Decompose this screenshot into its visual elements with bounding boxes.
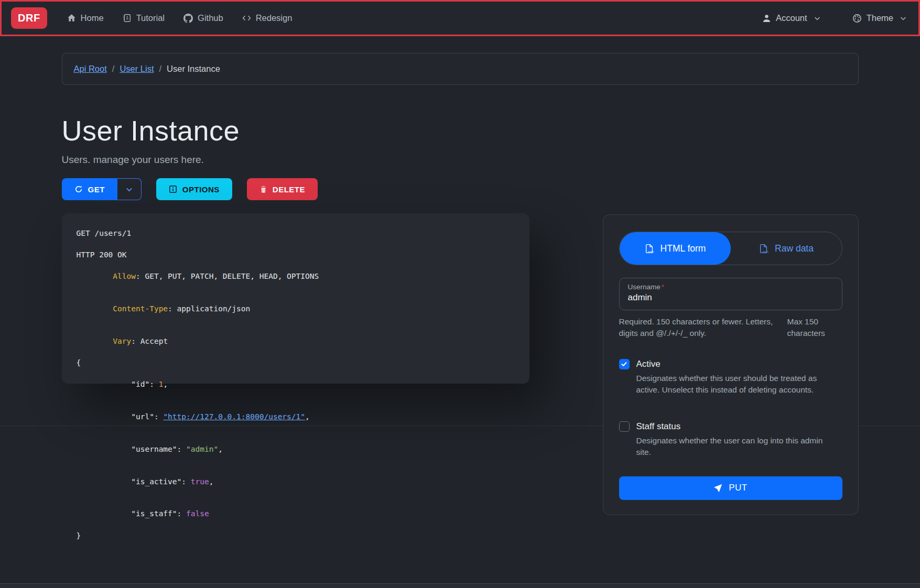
account-menu[interactable]: Account (762, 13, 821, 23)
json-close-brace: } (77, 530, 529, 541)
header-separator: : (136, 272, 145, 280)
json-key: "is_staff" (113, 509, 177, 518)
json-key: "id" (113, 380, 149, 388)
json-line-id: "id": 1, (77, 368, 529, 401)
response-header: Allow: GET, PUT, PATCH, DELETE, HEAD, OP… (77, 260, 529, 293)
breadcrumb-separator: / (159, 64, 162, 74)
file-html-icon: HTML (644, 244, 654, 254)
response-header: Vary: Accept (77, 325, 529, 357)
check-icon (621, 361, 627, 367)
options-button[interactable]: OPTIONS (156, 178, 232, 200)
json-boolean: true (191, 477, 209, 486)
chevron-down-icon (814, 15, 821, 22)
staff-status-checkbox[interactable] (619, 421, 630, 432)
nav-item-label: Home (81, 13, 104, 23)
nav-right: Account Theme (762, 13, 907, 23)
json-url-link[interactable]: "http://127.0.0.1:8000/users/1" (163, 412, 305, 421)
nav-item-label: Github (198, 13, 223, 23)
username-input[interactable] (628, 292, 834, 303)
request-line: GET /users/1 (77, 228, 529, 239)
username-label: Username* (628, 283, 834, 291)
json-line-username: "username": "admin", (77, 433, 529, 465)
json-boolean: false (186, 509, 209, 518)
put-button[interactable]: PUT (619, 476, 842, 500)
json-open-brace: { (77, 357, 529, 368)
nav-item-label: Redesign (256, 13, 293, 23)
active-help-text: Designates whether this user should be t… (636, 373, 838, 396)
journal-code-icon (123, 14, 132, 23)
form-tabs: HTML HTML form JSON Raw data (619, 232, 842, 265)
get-split-button: GET (62, 178, 142, 200)
put-button-label: PUT (729, 483, 748, 493)
nav-item-home[interactable]: Home (67, 13, 104, 23)
trash-icon (259, 185, 267, 193)
staff-status-help-text: Designates whether the user can log into… (636, 435, 838, 459)
tab-label: HTML form (661, 243, 706, 254)
get-button[interactable]: GET (62, 178, 117, 200)
theme-menu[interactable]: Theme (852, 13, 907, 23)
file-json-icon: JSON (759, 244, 769, 254)
json-line-is-active: "is_active": true, (77, 465, 529, 498)
theme-label: Theme (867, 13, 893, 23)
breadcrumb-separator: / (112, 64, 115, 74)
svg-text:JSON: JSON (762, 250, 768, 253)
info-square-icon (169, 185, 177, 193)
tab-html-form[interactable]: HTML HTML form (620, 232, 731, 265)
active-checkbox[interactable] (619, 359, 630, 369)
delete-button[interactable]: DELETE (247, 178, 318, 200)
json-string: "admin" (186, 445, 218, 453)
json-key: "is_active" (113, 477, 181, 486)
nav-links: Home Tutorial Github Redesign (67, 13, 762, 23)
brand-logo[interactable]: DRF (11, 7, 47, 29)
nav-item-tutorial[interactable]: Tutorial (123, 13, 165, 23)
response-panel: GET /users/1 HTTP 200 OK Allow: GET, PUT… (62, 213, 529, 384)
blank-line (77, 239, 529, 250)
staff-checkbox-row: Staff status Designates whether the user… (619, 421, 842, 459)
svg-text:HTML: HTML (648, 250, 654, 253)
code-icon (242, 14, 251, 23)
person-icon (762, 14, 771, 23)
active-checkbox-row: Active Designates whether this user shou… (619, 359, 842, 396)
home-icon (67, 14, 76, 23)
tab-label: Raw data (775, 243, 814, 254)
get-button-label: GET (88, 185, 105, 194)
header-separator: : (131, 337, 140, 345)
json-key: "username" (113, 445, 177, 453)
breadcrumb-current: User Instance (167, 64, 220, 74)
account-label: Account (776, 13, 807, 23)
status-line: HTTP 200 OK (77, 249, 529, 260)
delete-button-label: DELETE (273, 185, 305, 194)
required-asterisk: * (662, 283, 664, 291)
username-max-note: Max 150 characters (787, 316, 842, 340)
get-dropdown-toggle[interactable] (117, 178, 142, 200)
chevron-down-icon (900, 15, 907, 22)
form-card: HTML HTML form JSON Raw data Username* (603, 214, 859, 515)
header-name: Vary (113, 337, 131, 345)
username-help-text: Required. 150 characters or fewer. Lette… (619, 316, 776, 340)
json-line-is-staff: "is_staff": false (77, 498, 529, 530)
refresh-icon (74, 185, 83, 193)
chevron-down-icon (125, 186, 133, 193)
header-separator: : (168, 304, 177, 313)
breadcrumb-link-user-list[interactable]: User List (120, 64, 154, 74)
github-icon (183, 14, 193, 23)
header-name: Allow (113, 272, 136, 280)
header-value: application/json (177, 304, 251, 313)
header-value: Accept (140, 337, 168, 345)
send-icon (713, 484, 722, 493)
nav-item-github[interactable]: Github (183, 13, 223, 23)
breadcrumb: Api Root / User List / User Instance (62, 53, 859, 85)
username-field-box: Username* (619, 278, 842, 310)
page-title: User Instance (62, 114, 859, 147)
footer-strip (0, 583, 920, 588)
nav-item-redesign[interactable]: Redesign (242, 13, 293, 23)
nav-item-label: Tutorial (136, 13, 165, 23)
tab-raw-data[interactable]: JSON Raw data (731, 232, 842, 265)
navbar: DRF Home Tutorial Github Redesign (0, 0, 920, 36)
staff-status-label: Staff status (636, 421, 681, 432)
json-key: "url" (113, 412, 154, 421)
options-button-label: OPTIONS (182, 185, 220, 194)
page-subtitle: Users. manage your users here. (62, 154, 859, 166)
json-line-url: "url": "http://127.0.0.1:8000/users/1", (77, 401, 529, 433)
breadcrumb-link-api-root[interactable]: Api Root (74, 64, 107, 74)
